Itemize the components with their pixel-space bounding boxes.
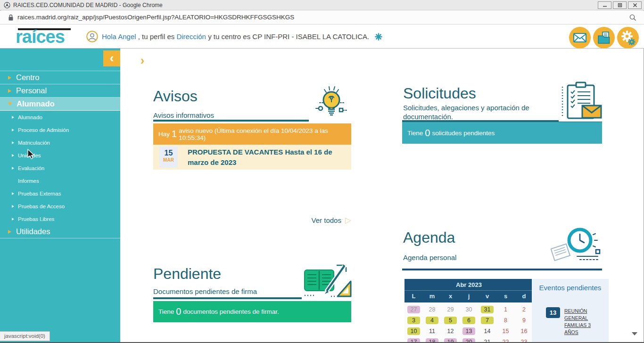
restore-button[interactable] xyxy=(613,1,627,9)
url-text[interactable]: raices.madrid.org/raiz_app/jsp/PuestosOr… xyxy=(17,11,294,24)
app-logo[interactable]: raíces xyxy=(16,27,65,47)
calendar-day-28[interactable]: 28 xyxy=(423,304,441,315)
avisos-banner: Hay1aviso nuevo (Última conexión el día … xyxy=(153,123,351,145)
calendar-day-4[interactable]: 4 xyxy=(423,315,441,326)
calendar-day-1[interactable]: 1 xyxy=(496,304,515,315)
pendiente-banner-detail: documentos pendientes de firmar. xyxy=(183,308,279,315)
breadcrumb-chevron-icon[interactable]: › xyxy=(140,54,144,67)
event-day: 15 xyxy=(159,149,178,157)
calendar-day-label: 15 xyxy=(499,327,512,335)
sidebar-item-centro[interactable]: Centro xyxy=(0,71,120,84)
greeting-center-name: CP INF-PRI - ISABEL LA CATOLICA. xyxy=(252,33,371,41)
scroll-down-icon[interactable] xyxy=(632,332,637,335)
calendar-day-label: 1 xyxy=(499,306,512,313)
sidebar-item-informes[interactable]: Informes xyxy=(0,174,120,187)
collapse-sidebar-button[interactable]: ‹ xyxy=(103,50,120,66)
sidebar-item-unidades[interactable]: Unidades xyxy=(0,149,120,162)
greeting-text-1: , tu perfil es xyxy=(136,33,177,41)
calendar-day-2[interactable]: 2 xyxy=(515,304,533,315)
sidebar-item-matriculacion[interactable]: Matriculación xyxy=(0,136,120,149)
calendar-day-31[interactable]: 31 xyxy=(478,304,496,315)
arrow-right-icon xyxy=(12,205,14,208)
event-link[interactable]: REUNIÓN GENERAL FAMILIAS 3 AÑOS xyxy=(564,308,604,336)
minimize-button[interactable] xyxy=(598,1,611,9)
arrow-right-icon xyxy=(12,154,14,157)
close-button[interactable] xyxy=(628,1,642,9)
ver-todos-label[interactable]: Ver todos xyxy=(312,216,341,224)
bulb-icon xyxy=(309,81,352,122)
solicitudes-count: 0 xyxy=(425,128,430,139)
arrow-right-icon xyxy=(8,230,11,234)
ver-todos-link[interactable]: Ver todos▷ xyxy=(302,215,351,225)
arrow-right-icon xyxy=(8,89,11,93)
agenda-rule xyxy=(402,269,602,270)
calendar-day-29[interactable]: 29 xyxy=(441,304,460,315)
calendar-day-15[interactable]: 15 xyxy=(496,326,515,336)
mouse-cursor-icon xyxy=(27,149,35,162)
book-pencil-icon xyxy=(302,262,352,299)
calendar-day-highlight: 31 xyxy=(481,306,494,313)
calendar-day-27[interactable]: 27 xyxy=(405,304,423,315)
calendar-day-9[interactable]: 9 xyxy=(515,315,533,326)
zoom-icon[interactable] xyxy=(629,14,636,23)
calendar-day-14[interactable]: 14 xyxy=(478,326,496,336)
solicitudes-banner-detail: solicitudes pendientes xyxy=(432,130,495,137)
pendiente-title: Pendiente xyxy=(153,265,221,283)
sidebar: ‹ CentroPersonalAlumnadoAlumnadoProceso … xyxy=(0,49,120,343)
calendar-day-8[interactable]: 8 xyxy=(496,315,515,326)
sidebar-item-evaluacion[interactable]: Evaluación xyxy=(0,162,120,174)
calendar-day-highlight: 4 xyxy=(426,317,438,324)
event-month: MAR xyxy=(159,157,178,163)
agenda-title: Agenda xyxy=(403,229,455,246)
calendar-row: 272829303112 xyxy=(405,304,533,315)
calendar-day-16[interactable]: 16 xyxy=(515,326,533,336)
settings-button[interactable] xyxy=(617,27,639,49)
sidebar-item-alumnado[interactable]: Alumnado xyxy=(0,98,120,111)
calendar-day-highlight: 6 xyxy=(462,317,475,324)
arrow-down-icon xyxy=(8,102,12,106)
sidebar-item-label: Personal xyxy=(16,86,47,95)
solicitudes-banner-text: Tiene xyxy=(407,130,423,137)
weekday-label: s xyxy=(496,291,515,302)
lock-icon[interactable] xyxy=(8,14,14,23)
sidebar-item-pruebas-libres[interactable]: Pruebas Libres xyxy=(0,212,120,225)
calendar-day-label: 30 xyxy=(462,306,475,313)
calendar-day-30[interactable]: 30 xyxy=(460,304,478,315)
calendar-day-5[interactable]: 5 xyxy=(441,315,460,326)
calendar-day-10[interactable]: 10 xyxy=(405,326,423,336)
chrome-icon xyxy=(4,2,10,10)
greeting-user-link[interactable]: Hola Angel xyxy=(102,33,136,41)
address-bar[interactable]: raices.madrid.org/raiz_app/jsp/PuestosOr… xyxy=(0,11,644,24)
calendar-day-13[interactable]: 13 xyxy=(460,326,478,336)
calendar-day-11[interactable]: 11 xyxy=(423,326,441,336)
pendiente-banner: Tiene0documentos pendientes de firmar. xyxy=(153,301,351,322)
documents-button[interactable] xyxy=(593,27,615,49)
calendar-weekdays: Lmxjvsd xyxy=(405,291,533,302)
sidebar-item-utilidades[interactable]: Utilidades xyxy=(0,225,120,238)
calendar-day-12[interactable]: 12 xyxy=(441,326,460,336)
avisos-event-row[interactable]: 15 MAR PROPUESTA DE VACANTES Hasta el 16… xyxy=(153,145,351,170)
arrow-right-icon xyxy=(12,192,14,195)
calendar-day-7[interactable]: 7 xyxy=(478,315,496,326)
calendar-day-3[interactable]: 3 xyxy=(405,315,423,326)
sidebar-item-pruebas-de-acceso[interactable]: Pruebas de Acceso xyxy=(0,200,120,212)
calendar-body: 2728293031123456789101112131415161718192… xyxy=(405,302,533,343)
calendar-day-highlight: 3 xyxy=(407,317,420,324)
ver-todos-arrow-icon: ▷ xyxy=(345,215,351,225)
sidebar-item-pruebas-externas[interactable]: Pruebas Externas xyxy=(0,187,120,200)
sidebar-item-label: Alumnado xyxy=(18,114,42,120)
avatar-icon xyxy=(86,31,98,42)
calendar-day-6[interactable]: 6 xyxy=(460,315,478,326)
greeting-profile-link[interactable]: Dirección xyxy=(176,33,206,41)
event-title-link[interactable]: PROPUESTA DE VACANTES Hasta el 16 de mar… xyxy=(188,147,348,168)
window-title: RAICES.CED.COMUNIDAD DE MADRID - Google … xyxy=(13,0,163,10)
sidebar-item-personal[interactable]: Personal xyxy=(0,84,120,98)
sidebar-item-proceso-de-admision[interactable]: Proceso de Admisión xyxy=(0,123,120,136)
mail-button[interactable] xyxy=(569,27,591,49)
sidebar-item-alumnado[interactable]: Alumnado xyxy=(0,111,120,123)
arrow-right-icon xyxy=(8,76,11,80)
event-day-badge: 13 xyxy=(546,307,560,318)
change-center-icon[interactable] xyxy=(375,33,382,41)
weekday-label: d xyxy=(515,291,533,302)
sidebar-item-label: Evaluación xyxy=(18,165,44,171)
